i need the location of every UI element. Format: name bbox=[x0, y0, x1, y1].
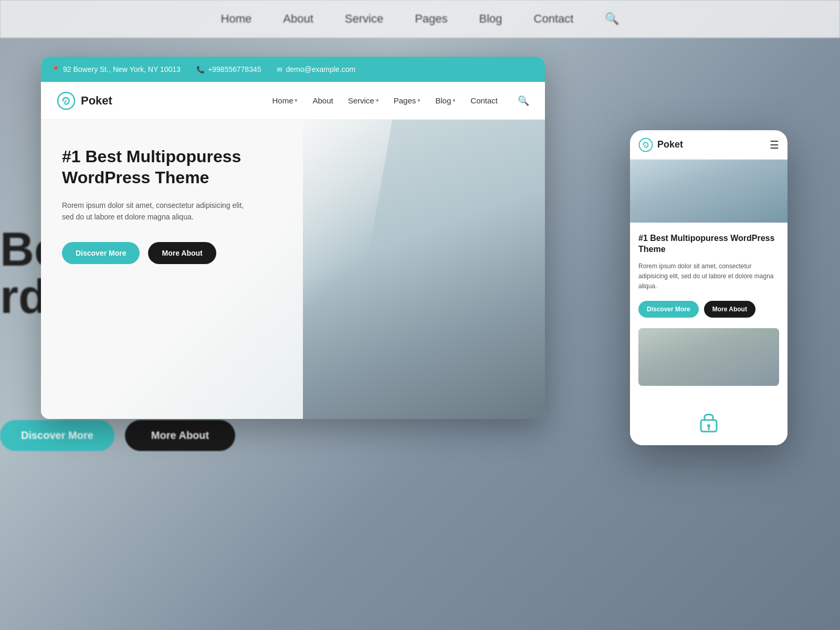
email-icon: ✉ bbox=[277, 66, 282, 74]
mobile-discover-more-button[interactable]: Discover More bbox=[638, 301, 699, 318]
topbar-email: ✉ demo@example.com bbox=[277, 65, 355, 74]
hero-buttons: Discover More More About bbox=[62, 242, 282, 264]
bg-nav-about: About bbox=[283, 12, 313, 26]
mobile-logo-text: Poket bbox=[657, 139, 683, 150]
bg-nav-contact: Contact bbox=[534, 12, 574, 26]
logo-icon bbox=[57, 91, 76, 110]
mobile-lock-area bbox=[630, 398, 788, 445]
topbar-phone: 📞 +998556778345 bbox=[196, 65, 261, 74]
mobile-hero-description: Rorem ipsum dolor sit amet, consectetur … bbox=[638, 261, 779, 292]
discover-more-button[interactable]: Discover More bbox=[62, 242, 140, 264]
more-about-button[interactable]: More About bbox=[148, 242, 216, 264]
hero-content: #1 Best Multipopuress WordPress Theme Ro… bbox=[41, 120, 303, 419]
nav-link-blog[interactable]: Blog ▾ bbox=[435, 96, 456, 105]
hamburger-icon[interactable]: ☰ bbox=[770, 139, 779, 151]
mobile-card: Poket ☰ #1 Best Multipopuress WordPress … bbox=[630, 130, 788, 445]
chevron-down-icon: ▾ bbox=[453, 97, 456, 104]
mobile-more-about-button[interactable]: More About bbox=[704, 301, 755, 318]
chevron-down-icon: ▾ bbox=[376, 97, 379, 104]
mobile-hero-image bbox=[630, 160, 788, 223]
phone-icon: 📞 bbox=[196, 66, 205, 74]
mobile-plant-image bbox=[638, 328, 779, 386]
search-icon[interactable]: 🔍 bbox=[518, 95, 529, 107]
desktop-topbar: 📍 92 Bowery St., New York, NY 10013 📞 +9… bbox=[41, 57, 545, 82]
hero-title: #1 Best Multipopuress WordPress Theme bbox=[62, 146, 282, 188]
chevron-down-icon: ▾ bbox=[295, 97, 298, 104]
hero-image bbox=[303, 120, 545, 419]
location-icon: 📍 bbox=[51, 66, 60, 74]
mobile-hero-title: #1 Best Multipopuress WordPress Theme bbox=[638, 233, 779, 255]
topbar-address-text: 92 Bowery St., New York, NY 10013 bbox=[63, 65, 181, 74]
desktop-nav: Poket Home ▾ About Service ▾ Pages ▾ Blo… bbox=[41, 82, 545, 120]
desktop-card: 📍 92 Bowery St., New York, NY 10013 📞 +9… bbox=[41, 57, 545, 419]
desktop-logo-text: Poket bbox=[81, 94, 112, 108]
chevron-down-icon: ▾ bbox=[417, 97, 421, 104]
background-nav: Home About Service Pages Blog Contact 🔍 bbox=[0, 0, 840, 38]
mobile-content: #1 Best Multipopuress WordPress Theme Ro… bbox=[630, 223, 788, 396]
mobile-hero-image-bg bbox=[630, 160, 788, 223]
bg-nav-blog: Blog bbox=[479, 12, 502, 26]
nav-link-pages[interactable]: Pages ▾ bbox=[394, 96, 421, 105]
topbar-address: 📍 92 Bowery St., New York, NY 10013 bbox=[51, 65, 181, 74]
hero-description: Rorem ipsum dolor sit amet, consectetur … bbox=[62, 200, 251, 223]
mobile-nav: Poket ☰ bbox=[630, 130, 788, 160]
desktop-nav-links: Home ▾ About Service ▾ Pages ▾ Blog ▾ Co… bbox=[272, 95, 529, 107]
mobile-logo-icon bbox=[638, 138, 653, 152]
nav-link-contact[interactable]: Contact bbox=[470, 96, 498, 105]
lock-icon bbox=[696, 408, 722, 435]
nav-link-about[interactable]: About bbox=[312, 96, 333, 105]
background-hero-btns: Discover More More About bbox=[0, 420, 235, 451]
bg-more-about-btn: More About bbox=[125, 420, 235, 451]
desktop-hero: #1 Best Multipopuress WordPress Theme Ro… bbox=[41, 120, 545, 419]
mobile-plant-image-bg bbox=[638, 328, 779, 386]
bg-discover-btn: Discover More bbox=[0, 420, 114, 451]
bg-nav-home: Home bbox=[221, 12, 252, 26]
topbar-phone-text: +998556778345 bbox=[208, 65, 261, 74]
desktop-logo[interactable]: Poket bbox=[57, 91, 112, 110]
bg-nav-pages: Pages bbox=[415, 12, 447, 26]
bg-search-icon: 🔍 bbox=[605, 12, 619, 26]
bg-nav-service: Service bbox=[345, 12, 383, 26]
mobile-hero-buttons: Discover More More About bbox=[638, 301, 779, 318]
topbar-email-text: demo@example.com bbox=[286, 65, 355, 74]
nav-link-service[interactable]: Service ▾ bbox=[348, 96, 379, 105]
mobile-logo[interactable]: Poket bbox=[638, 138, 683, 152]
nav-link-home[interactable]: Home ▾ bbox=[272, 96, 298, 105]
